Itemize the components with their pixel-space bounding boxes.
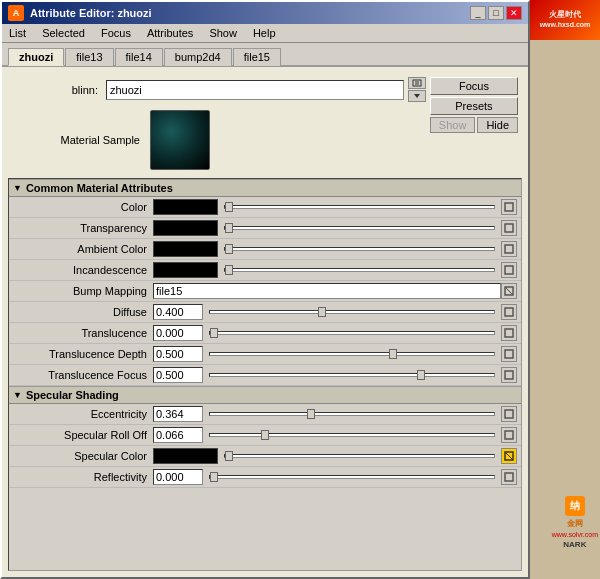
trans-depth-slider[interactable] xyxy=(209,352,495,356)
eccentricity-slider-thumb[interactable] xyxy=(307,409,315,419)
tab-file13[interactable]: file13 xyxy=(65,48,113,66)
common-arrow-icon[interactable]: ▼ xyxy=(13,183,22,193)
ambient-slider[interactable] xyxy=(224,247,495,251)
svg-rect-13 xyxy=(505,371,513,379)
rolloff-link-btn[interactable] xyxy=(501,427,517,443)
color-swatch[interactable] xyxy=(153,199,218,215)
trans-depth-slider-thumb[interactable] xyxy=(389,349,397,359)
transparency-swatch[interactable] xyxy=(153,220,218,236)
trans-focus-input[interactable] xyxy=(153,367,203,383)
svg-rect-10 xyxy=(505,308,513,316)
attr-row-transparency: Transparency xyxy=(9,218,521,239)
window-title: Attribute Editor: zhuozi xyxy=(30,7,152,19)
spec-color-swatch[interactable] xyxy=(153,448,218,464)
maximize-button[interactable]: □ xyxy=(488,6,504,20)
trans-focus-link-btn[interactable] xyxy=(501,367,517,383)
svg-line-9 xyxy=(505,287,513,295)
reflectivity-link-btn[interactable] xyxy=(501,469,517,485)
color-link-btn[interactable] xyxy=(501,199,517,215)
tab-file14[interactable]: file14 xyxy=(115,48,163,66)
blinn-icon-down[interactable] xyxy=(408,90,426,102)
attr-row-trans-depth: Translucence Depth xyxy=(9,344,521,365)
top-watermark: 火星时代www.hxsd.com xyxy=(530,0,600,40)
incandescence-link-btn[interactable] xyxy=(501,262,517,278)
translucence-link-btn[interactable] xyxy=(501,325,517,341)
attr-label-eccentricity: Eccentricity xyxy=(13,408,153,420)
transparency-slider-thumb[interactable] xyxy=(225,223,233,233)
blinn-icon-up[interactable] xyxy=(408,77,426,89)
eccentricity-link-btn[interactable] xyxy=(501,406,517,422)
ambient-slider-thumb[interactable] xyxy=(225,244,233,254)
trans-focus-slider-thumb[interactable] xyxy=(417,370,425,380)
bump-input[interactable] xyxy=(153,283,501,299)
rolloff-slider[interactable] xyxy=(209,433,495,437)
svg-rect-6 xyxy=(505,245,513,253)
attr-label-transparency: Transparency xyxy=(13,222,153,234)
ambient-link-btn[interactable] xyxy=(501,241,517,257)
diffuse-slider[interactable] xyxy=(209,310,495,314)
minimize-button[interactable]: _ xyxy=(470,6,486,20)
material-section: Material Sample xyxy=(12,106,426,174)
menu-list[interactable]: List xyxy=(6,26,29,40)
menu-attributes[interactable]: Attributes xyxy=(144,26,196,40)
reflectivity-slider-thumb[interactable] xyxy=(210,472,218,482)
attr-label-incandescence: Incandescence xyxy=(13,264,153,276)
specular-arrow-icon[interactable]: ▼ xyxy=(13,390,22,400)
attributes-scroll[interactable]: ▼ Common Material Attributes Color xyxy=(8,178,522,571)
tab-zhuozi[interactable]: zhuozi xyxy=(8,48,64,66)
rolloff-input[interactable] xyxy=(153,427,203,443)
bump-link-btn[interactable] xyxy=(501,283,517,299)
rolloff-slider-thumb[interactable] xyxy=(261,430,269,440)
incandescence-slider[interactable] xyxy=(224,268,495,272)
transparency-slider[interactable] xyxy=(224,226,495,230)
diffuse-slider-thumb[interactable] xyxy=(318,307,326,317)
color-slider-thumb[interactable] xyxy=(225,202,233,212)
diffuse-link-btn[interactable] xyxy=(501,304,517,320)
blinn-icons xyxy=(408,77,426,102)
specular-header[interactable]: ▼ Specular Shading xyxy=(9,386,521,404)
attr-row-rolloff: Specular Roll Off xyxy=(9,425,521,446)
translucence-slider-thumb[interactable] xyxy=(210,328,218,338)
svg-rect-11 xyxy=(505,329,513,337)
tab-bump2d4[interactable]: bump2d4 xyxy=(164,48,232,66)
reflectivity-slider[interactable] xyxy=(209,475,495,479)
menu-help[interactable]: Help xyxy=(250,26,279,40)
diffuse-input[interactable] xyxy=(153,304,203,320)
material-swatch[interactable] xyxy=(150,110,210,170)
close-button[interactable]: ✕ xyxy=(506,6,522,20)
menu-focus[interactable]: Focus xyxy=(98,26,134,40)
blinn-input[interactable] xyxy=(106,80,404,100)
specular-title: Specular Shading xyxy=(26,389,119,401)
eccentricity-input[interactable] xyxy=(153,406,203,422)
svg-line-17 xyxy=(505,452,513,460)
translucence-input[interactable] xyxy=(153,325,203,341)
show-hide-row: Show Hide xyxy=(430,117,518,133)
attr-label-spec-color: Specular Color xyxy=(13,450,153,462)
eccentricity-slider[interactable] xyxy=(209,412,495,416)
common-attrs-header[interactable]: ▼ Common Material Attributes xyxy=(9,179,521,197)
tab-file15[interactable]: file15 xyxy=(233,48,281,66)
spec-color-slider-thumb[interactable] xyxy=(225,451,233,461)
trans-focus-slider[interactable] xyxy=(209,373,495,377)
reflectivity-input[interactable] xyxy=(153,469,203,485)
menu-show[interactable]: Show xyxy=(206,26,240,40)
menu-selected[interactable]: Selected xyxy=(39,26,88,40)
trans-depth-link-btn[interactable] xyxy=(501,346,517,362)
hide-button[interactable]: Hide xyxy=(477,117,518,133)
trans-depth-input[interactable] xyxy=(153,346,203,362)
translucence-slider[interactable] xyxy=(209,331,495,335)
spec-color-link-btn[interactable] xyxy=(501,448,517,464)
focus-button[interactable]: Focus xyxy=(430,77,518,95)
presets-button[interactable]: Presets xyxy=(430,97,518,115)
incandescence-swatch[interactable] xyxy=(153,262,218,278)
svg-rect-12 xyxy=(505,350,513,358)
attr-row-incandescence: Incandescence xyxy=(9,260,521,281)
ambient-swatch[interactable] xyxy=(153,241,218,257)
color-slider[interactable] xyxy=(224,205,495,209)
show-button[interactable]: Show xyxy=(430,117,476,133)
spec-color-slider[interactable] xyxy=(224,454,495,458)
trans-depth-slider-area xyxy=(203,352,501,356)
attr-row-translucence: Translucence xyxy=(9,323,521,344)
transparency-link-btn[interactable] xyxy=(501,220,517,236)
incandescence-slider-thumb[interactable] xyxy=(225,265,233,275)
